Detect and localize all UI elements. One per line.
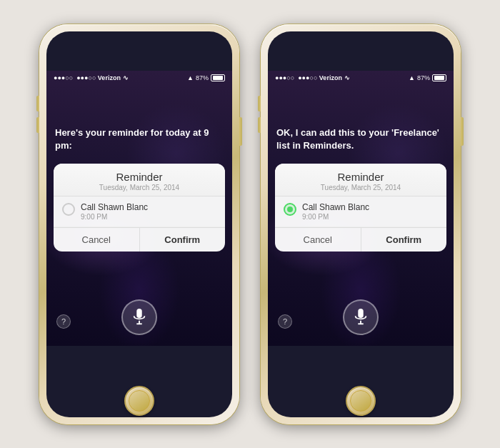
wifi-2: ∿ [344, 74, 350, 81]
svg-rect-3 [358, 308, 363, 317]
mic-area-1 [46, 299, 232, 335]
signal-dots-2: ●●●○○ [275, 74, 294, 81]
power-button-2 [461, 117, 464, 146]
reminder-text-2: Call Shawn Blanc 9:00 PM [302, 202, 438, 221]
home-button-inner-2 [350, 390, 371, 412]
gps-icon-2: ▲ [409, 74, 415, 81]
card-title-2: Reminder [284, 171, 438, 183]
battery-icon-1 [211, 74, 225, 81]
help-button-1[interactable]: ? [56, 314, 71, 329]
card-item-1: Call Shawn Blanc 9:00 PM [54, 196, 225, 227]
siri-screen-2: OK, I can add this to your 'Freelance' l… [268, 71, 454, 346]
signal-dots-1: ●●●○○ [54, 74, 73, 81]
mic-area-2 [268, 299, 454, 335]
card-date-2: Tuesday, March 25, 2014 [284, 184, 438, 191]
volume-buttons [36, 96, 39, 133]
card-header-2: Reminder Tuesday, March 25, 2014 [275, 164, 446, 196]
vol-down [36, 117, 39, 133]
card-title-1: Reminder [62, 171, 216, 183]
home-button-1[interactable] [124, 386, 154, 416]
vol-up-2 [258, 96, 261, 111]
siri-message-1: Here's your reminder for today at 9 pm: [55, 126, 224, 152]
battery-info-1: ▲ 87% [187, 74, 225, 81]
phone-1: ●●●○○ ●●●○○ Verizon ∿ ▲ 87% Here's your … [39, 24, 239, 424]
gps-icon-1: ▲ [187, 74, 194, 81]
battery-percent-1: 87% [196, 74, 209, 81]
phone-2-screen-area: ●●●○○ ●●●○○ Verizon ∿ ▲ 87% OK, I can ad… [268, 31, 454, 417]
card-header-1: Reminder Tuesday, March 25, 2014 [54, 164, 225, 196]
phone-1-screen-area: ●●●○○ ●●●○○ Verizon ∿ ▲ 87% Here's your … [46, 31, 232, 417]
battery-info-2: ▲ 87% [409, 74, 446, 81]
mic-button-1[interactable] [121, 299, 157, 335]
card-date-1: Tuesday, March 25, 2014 [62, 184, 216, 191]
phone-1-body: ●●●○○ ●●●○○ Verizon ∿ ▲ 87% Here's your … [39, 24, 239, 424]
cancel-button-1[interactable]: Cancel [54, 228, 140, 252]
vol-down-2 [258, 117, 261, 133]
mic-button-2[interactable] [343, 299, 379, 335]
reminder-name-1: Call Shawn Blanc [81, 202, 216, 212]
confirm-button-2[interactable]: Confirm [361, 228, 447, 252]
home-button-2[interactable] [346, 386, 376, 416]
reminder-card-2: Reminder Tuesday, March 25, 2014 Call Sh… [275, 164, 446, 252]
reminder-time-1: 9:00 PM [81, 213, 216, 221]
siri-message-2: OK, I can add this to your 'Freelance' l… [276, 126, 445, 152]
cancel-button-2[interactable]: Cancel [275, 228, 361, 252]
mic-icon-2 [353, 308, 369, 327]
battery-percent-2: 87% [417, 74, 430, 81]
reminder-text-1: Call Shawn Blanc 9:00 PM [81, 202, 216, 221]
help-button-2[interactable]: ? [278, 314, 292, 329]
carrier-info-2: ●●●○○ ●●●○○ Verizon ∿ [275, 74, 350, 81]
mic-icon-1 [131, 308, 147, 327]
carrier-info-1: ●●●○○ ●●●○○ Verizon ∿ [54, 74, 129, 81]
carrier-name-1: ●●●○○ Verizon [76, 74, 121, 81]
siri-screen-1: Here's your reminder for today at 9 pm: … [46, 71, 232, 346]
reminder-checkbox-1 [62, 203, 75, 216]
svg-rect-0 [136, 308, 141, 317]
wifi-1: ∿ [123, 74, 129, 81]
volume-buttons-2 [258, 96, 261, 133]
status-bar-1: ●●●○○ ●●●○○ Verizon ∿ ▲ 87% [46, 71, 232, 85]
card-actions-1: Cancel Confirm [54, 227, 225, 252]
status-bar-2: ●●●○○ ●●●○○ Verizon ∿ ▲ 87% [268, 71, 454, 85]
power-button [239, 117, 242, 146]
home-button-inner-1 [129, 390, 150, 412]
confirm-button-1[interactable]: Confirm [140, 228, 226, 252]
card-actions-2: Cancel Confirm [275, 227, 446, 252]
carrier-name-2: ●●●○○ Verizon [298, 74, 342, 81]
battery-icon-2 [432, 74, 446, 81]
reminder-time-2: 9:00 PM [302, 213, 438, 221]
vol-up [36, 96, 39, 111]
card-item-2: Call Shawn Blanc 9:00 PM [275, 196, 446, 227]
reminder-card-1: Reminder Tuesday, March 25, 2014 Call Sh… [54, 164, 225, 252]
reminder-checkbox-2 [284, 203, 296, 216]
phone-2-body: ●●●○○ ●●●○○ Verizon ∿ ▲ 87% OK, I can ad… [261, 24, 461, 424]
phone-2: ●●●○○ ●●●○○ Verizon ∿ ▲ 87% OK, I can ad… [261, 24, 461, 424]
reminder-name-2: Call Shawn Blanc [302, 202, 438, 212]
